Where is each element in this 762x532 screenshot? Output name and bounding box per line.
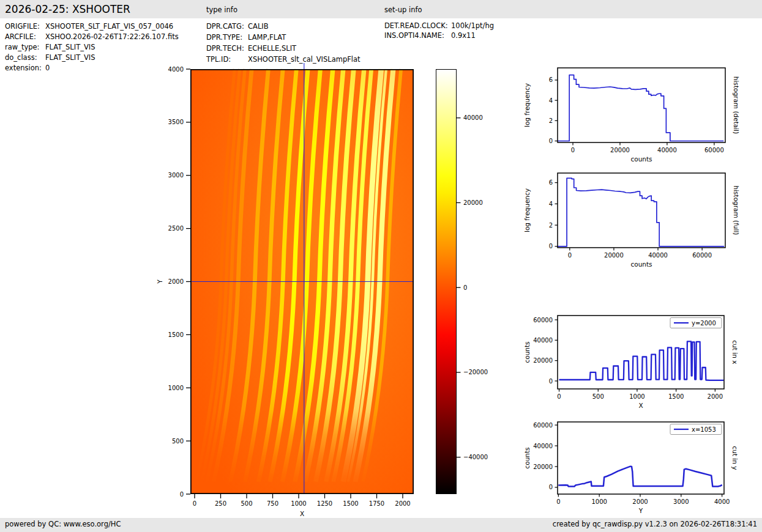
setup-info-value: 100k/1pt/hg: [451, 21, 494, 30]
footer-powered-by: powered by QC: www.eso.org/HC: [5, 520, 121, 528]
file-info-value: FLAT_SLIT_VIS: [45, 53, 95, 62]
svg-text:0: 0: [193, 500, 196, 507]
svg-text:500: 500: [241, 500, 252, 507]
file-info-label: ARCFILE:: [5, 32, 36, 41]
cut-in-y-plot: 010002000300040000200004000060000Ycounts…: [518, 415, 762, 519]
svg-text:2: 2: [549, 117, 553, 124]
svg-text:counts: counts: [630, 260, 652, 268]
histogram-full-plot: 02000040000600000246countslog frequencyh…: [518, 166, 762, 272]
svg-text:6: 6: [549, 179, 553, 186]
svg-text:500: 500: [592, 393, 604, 400]
svg-text:1000: 1000: [291, 500, 306, 507]
type-info-label: DPR.TECH:: [206, 44, 244, 53]
svg-text:4000: 4000: [168, 66, 184, 73]
setup-info-label: DET.READ.CLOCK:: [384, 21, 448, 30]
svg-text:2000: 2000: [708, 393, 723, 400]
svg-text:0: 0: [549, 484, 553, 490]
file-info-label: ORIGFILE:: [5, 22, 40, 31]
svg-text:1500: 1500: [668, 393, 684, 400]
svg-text:2000: 2000: [168, 278, 184, 285]
type-info-value: LAMP,FLAT: [248, 33, 286, 42]
svg-text:2: 2: [549, 222, 553, 229]
svg-text:0: 0: [571, 147, 575, 153]
svg-text:1000: 1000: [591, 498, 607, 505]
svg-text:40000: 40000: [648, 252, 668, 259]
svg-text:counts: counts: [523, 341, 531, 363]
svg-text:20000: 20000: [463, 199, 483, 206]
setup-info-value: 0.9x11: [451, 31, 476, 40]
svg-text:cut in y: cut in y: [731, 446, 739, 470]
svg-text:log frequency: log frequency: [523, 188, 531, 232]
svg-text:1500: 1500: [343, 500, 358, 507]
file-info-value: 0: [45, 64, 50, 72]
page-title: 2026-02-25: XSHOOTER: [5, 3, 130, 15]
svg-text:−40000: −40000: [463, 454, 488, 460]
svg-text:1750: 1750: [369, 500, 384, 507]
svg-text:X: X: [638, 402, 643, 409]
svg-text:2000: 2000: [395, 500, 410, 507]
svg-text:counts: counts: [523, 447, 531, 468]
svg-text:histogram (full): histogram (full): [733, 186, 740, 235]
svg-text:20000: 20000: [533, 357, 553, 364]
svg-text:3000: 3000: [673, 498, 689, 505]
svg-text:cut in x: cut in x: [731, 340, 739, 364]
detector-image-axes: 0500100015002000250030003500400002505007…: [147, 58, 490, 529]
svg-text:20000: 20000: [604, 252, 624, 259]
svg-text:−20000: −20000: [463, 369, 488, 375]
svg-text:log frequency: log frequency: [523, 83, 531, 127]
svg-text:40000: 40000: [533, 443, 553, 449]
svg-text:40000: 40000: [657, 147, 677, 153]
svg-text:0: 0: [549, 138, 553, 144]
svg-text:0: 0: [549, 243, 553, 249]
file-info-label: raw_type:: [5, 43, 40, 51]
svg-text:Y: Y: [156, 279, 163, 284]
file-info-label: extension:: [5, 64, 42, 72]
svg-text:1000: 1000: [168, 385, 184, 391]
svg-text:3000: 3000: [168, 172, 184, 179]
svg-text:3500: 3500: [168, 119, 184, 125]
svg-text:40000: 40000: [463, 114, 483, 121]
svg-text:0: 0: [557, 393, 561, 400]
file-info-label: do_class:: [5, 53, 37, 62]
type-info-header: type info: [206, 6, 237, 14]
type-info-label: DPR.CATG:: [206, 22, 244, 31]
svg-text:1250: 1250: [317, 500, 332, 507]
svg-text:4000: 4000: [714, 498, 730, 505]
svg-text:6: 6: [549, 76, 553, 83]
footer-created-by: created by qc_rawdisp.py v1.2.3 on 2026-…: [553, 520, 757, 528]
svg-text:60000: 60000: [692, 252, 712, 259]
svg-text:x=1053: x=1053: [692, 426, 716, 433]
svg-text:y=2000: y=2000: [692, 320, 716, 327]
svg-text:500: 500: [172, 438, 184, 445]
svg-text:2000: 2000: [632, 498, 648, 505]
cut-in-x-plot: 05001000150020000200004000060000Xcountsc…: [518, 308, 762, 413]
svg-text:20000: 20000: [610, 147, 630, 153]
setup-info-header: set-up info: [384, 6, 422, 14]
svg-text:1500: 1500: [168, 331, 184, 338]
svg-text:4: 4: [549, 97, 553, 104]
svg-text:0: 0: [549, 378, 553, 385]
svg-text:0: 0: [568, 252, 572, 259]
svg-text:4: 4: [549, 201, 553, 207]
svg-text:60000: 60000: [533, 317, 553, 323]
qc-report-page: 2026-02-25: XSHOOTER type info set-up in…: [0, 0, 762, 532]
svg-text:X: X: [300, 510, 304, 517]
type-info-label: DPR.TYPE:: [206, 33, 242, 42]
histogram-detail-plot: 02000040000600000246countslog frequencyh…: [518, 61, 762, 167]
svg-text:Y: Y: [638, 507, 643, 514]
svg-text:60000: 60000: [704, 147, 724, 153]
svg-text:60000: 60000: [533, 422, 553, 429]
file-info-value: XSHOOTER_SLT_FLAT_VIS_057_0046: [45, 22, 173, 31]
svg-text:2500: 2500: [168, 225, 184, 232]
file-info-value: XSHOO.2026-02-26T17:22:26.107.fits: [45, 32, 179, 41]
svg-text:0: 0: [180, 491, 184, 498]
svg-text:250: 250: [215, 500, 226, 507]
svg-text:40000: 40000: [533, 337, 553, 344]
type-info-value: CALIB: [248, 22, 269, 31]
svg-text:1000: 1000: [629, 393, 644, 400]
svg-text:750: 750: [267, 500, 278, 507]
file-info-value: FLAT_SLIT_VIS: [45, 43, 95, 51]
svg-text:counts: counts: [630, 155, 652, 163]
svg-text:20000: 20000: [533, 464, 553, 470]
svg-text:histogram (detail): histogram (detail): [733, 76, 740, 134]
